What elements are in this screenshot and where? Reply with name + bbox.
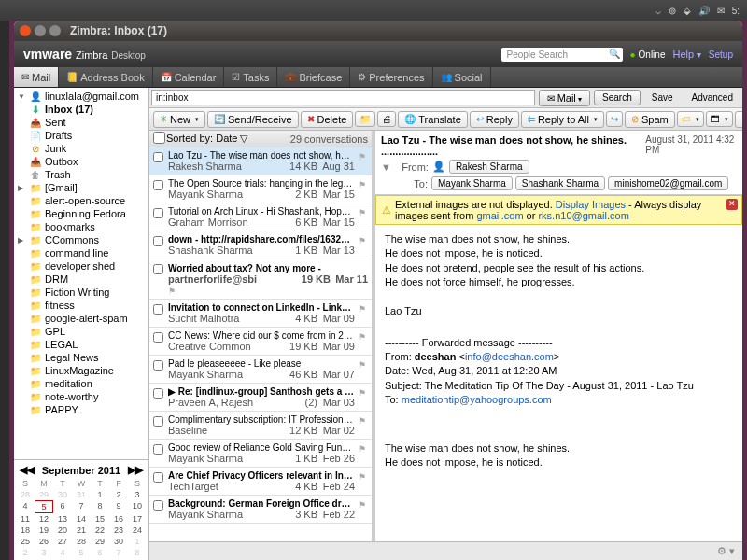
display-images-link[interactable]: Display Images — [556, 199, 626, 210]
flag-icon[interactable]: ⚑ — [359, 206, 368, 228]
message-row[interactable]: ▶ Re: [indlinux-group] Santhosh gets a s… — [149, 384, 372, 412]
cal-day[interactable]: 30 — [53, 489, 72, 500]
message-row[interactable]: CC News: Where did our $ come from in 20… — [149, 328, 372, 356]
message-checkbox[interactable] — [153, 208, 163, 218]
cal-day[interactable]: 20 — [53, 525, 72, 536]
cal-day[interactable]: 15 — [91, 513, 109, 525]
message-checkbox[interactable] — [153, 332, 163, 343]
cal-day[interactable]: 14 — [72, 513, 91, 525]
flag-icon[interactable]: ⚑ — [359, 302, 368, 324]
message-row[interactable]: Tutorial on Arch Linux - Hi Shashank, Ho… — [149, 203, 372, 231]
folder-google-alert-spam[interactable]: 📁google-alert-spam — [16, 312, 147, 325]
flag-icon[interactable]: ⚑ — [359, 470, 368, 492]
cal-day[interactable]: 8 — [91, 500, 109, 513]
mini-calendar[interactable]: ◀◀ September 2011 ▶▶ SMTWTFS282930311234… — [14, 459, 148, 560]
cal-day[interactable]: 24 — [128, 525, 147, 536]
to-chip[interactable]: minishome02@gmail.com — [608, 176, 728, 190]
cal-day[interactable]: 27 — [53, 536, 72, 547]
flag-icon[interactable]: ⚑ — [359, 414, 368, 436]
flag-icon[interactable]: ⚑ — [359, 178, 368, 200]
cal-next-icon[interactable]: ▶▶ — [128, 464, 143, 476]
titlebar[interactable]: Zimbra: Inbox (17) — [14, 21, 742, 41]
flag-icon[interactable]: ⚑ — [359, 498, 368, 520]
cal-day[interactable]: 22 — [91, 525, 109, 536]
spam-button[interactable]: ⊘Spam — [625, 111, 675, 128]
message-checkbox[interactable] — [153, 388, 163, 399]
cal-day[interactable]: 8 — [128, 547, 147, 558]
folder-developershed[interactable]: 📁developer shed — [16, 259, 147, 273]
view-button[interactable]: 🗂View — [735, 111, 742, 128]
folder-trash[interactable]: 🗑Trash — [16, 168, 147, 181]
search-input[interactable] — [151, 90, 535, 105]
cal-day[interactable]: 31 — [72, 489, 91, 500]
translate-button[interactable]: 🌐Translate — [398, 111, 467, 128]
help-link[interactable]: Help ▾ — [672, 49, 700, 60]
cal-day[interactable]: 1 — [91, 489, 109, 500]
tag-button[interactable]: 🏷 — [677, 111, 704, 127]
select-all-checkbox[interactable] — [153, 132, 165, 144]
cal-day[interactable]: 7 — [72, 500, 91, 513]
cal-day[interactable]: 6 — [53, 500, 72, 513]
cal-day[interactable]: 9 — [109, 500, 128, 513]
window-close-button[interactable] — [20, 25, 31, 36]
list-header[interactable]: Sorted by: Date ▽ 29 conversations — [149, 131, 372, 147]
message-row[interactable]: Worried about tax? Not any more - partne… — [149, 259, 372, 300]
window-maximize-button[interactable] — [49, 25, 61, 36]
cal-day[interactable]: 25 — [16, 536, 35, 547]
folder-drafts[interactable]: 📄Drafts — [16, 129, 147, 142]
always-display-domain-link[interactable]: gmail.com — [476, 210, 523, 221]
cal-day[interactable]: 29 — [35, 489, 53, 500]
message-checkbox[interactable] — [153, 236, 163, 246]
message-row[interactable]: Good review of Reliance Gold Saving Fund… — [149, 440, 372, 468]
delete-button[interactable]: ✖Delete — [301, 111, 354, 128]
volume-icon[interactable]: 🔊 — [698, 6, 710, 16]
folder-meditation[interactable]: 📁meditation — [16, 377, 147, 390]
people-search-input[interactable]: People Search — [501, 48, 623, 62]
cal-day[interactable]: 21 — [72, 525, 91, 536]
sort-label[interactable]: Sorted by: Date ▽ — [166, 133, 290, 145]
message-checkbox[interactable] — [153, 180, 163, 190]
tab-preferences[interactable]: ⚙Preferences — [350, 67, 432, 87]
always-display-sender-link[interactable]: rks.n10@gmail.com — [538, 210, 628, 221]
account-node[interactable]: ▼👤linuxlala@gmail.com — [16, 90, 147, 103]
folder-fictionwriting[interactable]: 📁Fiction Writing — [16, 286, 147, 299]
message-checkbox[interactable] — [153, 500, 163, 511]
message-row[interactable]: Are Chief Privacy Officers relevant in I… — [149, 468, 372, 496]
tab-social[interactable]: 👥Social — [433, 67, 491, 87]
message-checkbox[interactable] — [153, 152, 163, 162]
cal-day[interactable]: 3 — [128, 489, 147, 500]
wifi-icon[interactable]: ⬙ — [684, 6, 691, 16]
online-status[interactable]: Online — [630, 49, 666, 60]
folder-sent[interactable]: 📤Sent — [16, 116, 147, 129]
from-chip[interactable]: Rakesh Sharma — [449, 160, 529, 174]
cal-day[interactable]: 4 — [16, 500, 35, 513]
message-row[interactable]: Lao Tzu - The wise man does not show, he… — [149, 147, 372, 175]
folder-ccommons[interactable]: ▶📁CCommons — [16, 233, 147, 246]
cal-day[interactable]: 3 — [35, 547, 53, 558]
cal-day[interactable]: 28 — [72, 536, 91, 547]
print-button[interactable]: 🖨 — [377, 111, 396, 127]
fw-to-email[interactable]: meditationtip@yahoogroups.com — [402, 394, 552, 405]
message-checkbox[interactable] — [153, 360, 163, 371]
cal-day[interactable]: 2 — [16, 547, 35, 558]
flag-icon[interactable]: ⚑ — [359, 358, 368, 380]
cal-day[interactable]: 29 — [91, 536, 109, 547]
flag-icon[interactable]: ⚑ — [359, 386, 368, 408]
tab-calendar[interactable]: 📅Calendar — [153, 67, 225, 87]
message-row[interactable]: Pad le pleaseeeee - Like pleaseMayank Sh… — [149, 356, 372, 384]
cal-day[interactable]: 23 — [109, 525, 128, 536]
flag-icon[interactable]: ⚑ — [359, 330, 368, 352]
cal-prev-icon[interactable]: ◀◀ — [20, 464, 35, 476]
to-chip[interactable]: Shashank Sharma — [515, 176, 605, 190]
cal-day[interactable]: 12 — [35, 513, 53, 525]
tab-mail[interactable]: ✉Mail — [14, 67, 59, 87]
move-button[interactable]: 📁 — [355, 111, 375, 127]
folder-commandline[interactable]: 📁command line — [16, 246, 147, 259]
detach-button[interactable]: 🗔 — [706, 111, 733, 127]
message-checkbox[interactable] — [153, 416, 163, 427]
folder-beginningfedora[interactable]: 📁Beginning Fedora — [16, 207, 147, 220]
flag-icon[interactable]: ⚑ — [168, 285, 177, 296]
folder-gmail[interactable]: ▶📁[Gmail] — [16, 181, 147, 194]
cal-day[interactable]: 26 — [35, 536, 53, 547]
message-row[interactable]: Complimentary subscription: IT Professio… — [149, 412, 372, 440]
